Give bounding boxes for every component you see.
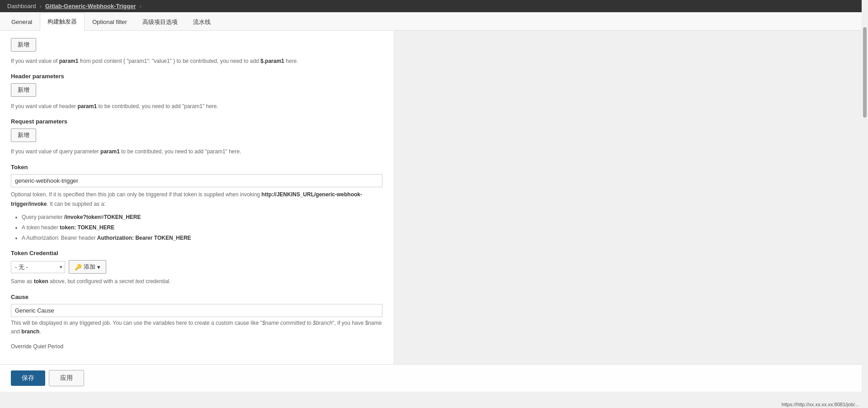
bottom-action-bar: 保存 应用 (0, 364, 868, 392)
post-params-section: 新增 If you want value of param1 from post… (11, 38, 382, 66)
tab-pipeline[interactable]: 流水线 (185, 13, 218, 31)
url-bar: https://http://xx.xx.xx.xx:8081/job/... (780, 401, 861, 408)
token-description: Optional token. If it is specified then … (11, 190, 382, 209)
token-list-item-2: A token header token: TOKEN_HERE (22, 223, 382, 232)
key-icon: 🔑 (75, 264, 82, 270)
header-params-label: Header parameters (11, 73, 382, 80)
cause-section: Cause This will be displayed in any trig… (11, 294, 382, 336)
cause-label: Cause (11, 294, 382, 300)
cause-input[interactable] (11, 304, 382, 317)
content-area: 新增 If you want value of param1 from post… (0, 31, 393, 364)
post-params-add-button[interactable]: 新增 (11, 38, 36, 52)
tab-bar: General 构建触发器 Optional filter 高级项目选项 流水线 (0, 12, 868, 31)
breadcrumb-dashboard[interactable]: Dashboard (7, 3, 36, 9)
credential-dropdown-icon: ▾ (97, 264, 100, 270)
tab-optional-filter[interactable]: Optional filter (85, 13, 135, 31)
token-list: Query parameter /invoke?token=TOKEN_HERE… (22, 213, 382, 243)
tab-build-trigger[interactable]: 构建触发器 (40, 13, 85, 31)
credential-select[interactable]: - 无 - (11, 261, 65, 273)
header-params-add-button[interactable]: 新增 (11, 83, 36, 97)
credential-info: Same as token above, but configured with… (11, 277, 382, 286)
request-params-label: Request parameters (11, 118, 382, 125)
breadcrumb-sep1: › (40, 3, 42, 9)
apply-button[interactable]: 应用 (49, 370, 84, 386)
header-params-section: Header parameters 新增 If you want value o… (11, 73, 382, 111)
token-credential-label: Token Credential (11, 250, 382, 256)
top-bar: Dashboard › Gitlab-Generic-Webhook-Trigg… (0, 0, 868, 12)
tab-general[interactable]: General (4, 13, 40, 31)
post-params-info: If you want value of param1 from post co… (11, 57, 382, 66)
tab-advanced[interactable]: 高级项目选项 (135, 13, 185, 31)
token-list-item-3: A Authorization: Bearer header Authoriza… (22, 234, 382, 242)
override-quiet-period-label: Override Quiet Period (11, 343, 382, 350)
cause-description: This will be displayed in any triggered … (11, 319, 382, 336)
scrollbar-thumb[interactable] (863, 27, 867, 118)
breadcrumb-sep2: › (140, 3, 142, 9)
request-params-add-button[interactable]: 新增 (11, 128, 36, 142)
override-quiet-period-section: Override Quiet Period (11, 343, 382, 350)
credential-add-label: 添加 (84, 263, 95, 271)
token-section: Token Optional token. If it is specified… (11, 164, 382, 243)
credential-add-button[interactable]: 🔑 添加 ▾ (69, 260, 106, 274)
token-input[interactable] (11, 174, 382, 187)
scrollbar[interactable] (862, 0, 868, 408)
credential-row: - 无 - 🔑 添加 ▾ (11, 260, 382, 274)
token-list-item-1: Query parameter /invoke?token=TOKEN_HERE (22, 213, 382, 222)
breadcrumb-project[interactable]: Gitlab-Generic-Webhook-Trigger (45, 3, 136, 9)
credential-select-wrapper: - 无 - (11, 261, 65, 273)
token-label: Token (11, 164, 382, 171)
request-params-section: Request parameters 新增 If you want value … (11, 118, 382, 156)
request-params-info: If you want value of query parameter par… (11, 147, 382, 156)
save-button[interactable]: 保存 (11, 370, 45, 386)
token-credential-section: Token Credential - 无 - 🔑 添加 ▾ Same as to… (11, 250, 382, 286)
header-params-info: If you want value of header param1 to be… (11, 102, 382, 111)
